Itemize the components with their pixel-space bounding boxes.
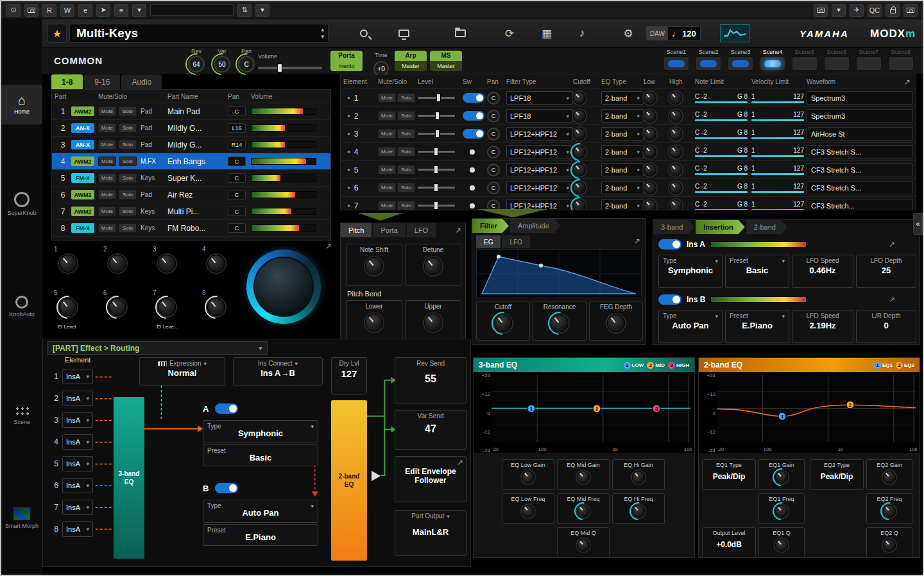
power-icon[interactable]: ⊙: [6, 4, 21, 17]
waveform-button[interactable]: CF3 Stretch S...: [807, 145, 913, 158]
scene-button[interactable]: Scene6: [823, 49, 851, 71]
screenshot-icon[interactable]: [24, 4, 38, 17]
part-row[interactable]: 4 AWM2 Mute Solo M.FX Enh Bangs C: [52, 153, 330, 170]
volume-slider[interactable]: [258, 67, 322, 69]
eq-knob[interactable]: [577, 505, 590, 518]
element-solo-button[interactable]: Solo: [397, 129, 415, 139]
ins-b-lfo-speed-box[interactable]: LFO Speed 2.19Hz: [792, 310, 853, 343]
eq-high-knob[interactable]: [669, 199, 682, 211]
part-volume-meter[interactable]: [251, 191, 316, 198]
solo-button[interactable]: Solo: [119, 106, 137, 116]
routing-b-preset-box[interactable]: Preset E.Piano: [203, 524, 318, 546]
mute-button[interactable]: Mute: [98, 140, 116, 149]
two-band-tab[interactable]: 2-band: [746, 220, 787, 234]
pitch-tab[interactable]: LFO: [407, 223, 436, 237]
part-name[interactable]: FM Robo...: [167, 224, 228, 233]
waveform-button[interactable]: AirHose St: [807, 127, 913, 140]
eq-band-marker[interactable]: 1: [527, 404, 536, 412]
element-pan-knob[interactable]: C: [487, 110, 500, 123]
ins-b-toggle[interactable]: [658, 294, 681, 305]
part-name[interactable]: Main Pad: [167, 107, 228, 116]
solo-button[interactable]: Solo: [119, 173, 137, 183]
element-switch[interactable]: [463, 147, 484, 157]
volume-slider-thumb[interactable]: [277, 64, 282, 72]
ms-master-button[interactable]: MS Master: [430, 51, 462, 71]
element-switch[interactable]: [463, 201, 484, 210]
scene-pad[interactable]: [760, 56, 785, 71]
portamento-button[interactable]: Porta mento: [330, 51, 363, 71]
part-name[interactable]: Super K...: [167, 174, 228, 183]
sidebar-item-knobauto[interactable]: KnobAuto: [1, 287, 42, 326]
eq1-type-dropdown[interactable]: EQ1 Type Peak/Dip: [702, 459, 756, 490]
tempo-display[interactable]: ♩ 120: [667, 26, 701, 40]
part-row[interactable]: 1 AWM2 Mute Solo Pad Main Pad C: [52, 103, 330, 120]
routing-title-dropdown[interactable]: [PART] Effect > Routing ▾: [47, 341, 268, 355]
eq-high-knob[interactable]: [669, 182, 682, 194]
scene-button[interactable]: Scene1: [662, 49, 690, 71]
spinner-down-icon[interactable]: ▾: [321, 33, 324, 40]
note-limit[interactable]: C -2G 8: [695, 201, 748, 211]
element-mute-button[interactable]: Mute: [378, 201, 396, 210]
part-pan[interactable]: R14: [228, 140, 246, 149]
eq-knob[interactable]: [632, 471, 645, 484]
eq-band-marker[interactable]: 2: [846, 401, 854, 409]
solo-button[interactable]: Solo: [119, 207, 137, 216]
element-mute-button[interactable]: Mute: [378, 129, 396, 139]
element-row[interactable]: ●1 Mute Solo C LPF18▾ 2-band▾ C -2G 8 11…: [341, 89, 916, 107]
routing-a-preset-box[interactable]: Preset Basic: [203, 445, 318, 466]
element-ins-dropdown[interactable]: InsA▾: [62, 434, 93, 450]
eq-high-knob[interactable]: [669, 164, 682, 176]
panel-collapse-button[interactable]: «: [913, 213, 923, 235]
eq-low-knob[interactable]: [644, 110, 656, 123]
element-row[interactable]: ●7 Mute Solo C LPF12+HPF12▾ 2-band▾ C -2…: [341, 197, 916, 210]
filter-type-dropdown[interactable]: LPF12+HPF12▾: [506, 181, 573, 194]
element-ins-dropdown[interactable]: InsA▾: [62, 500, 93, 515]
note-limit[interactable]: C -2G 8: [695, 147, 748, 157]
dry-level-box[interactable]: Dry Lvl 127: [331, 357, 367, 394]
var-knob[interactable]: 50: [214, 56, 230, 72]
element-solo-button[interactable]: Solo: [397, 93, 415, 103]
note-shift-knob[interactable]: [365, 257, 383, 275]
scene-pad[interactable]: [696, 56, 721, 71]
ins-b-type-box[interactable]: Type▾ Auto Pan: [658, 310, 723, 343]
level-thumb[interactable]: [435, 130, 440, 138]
favorite-button[interactable]: ★: [47, 24, 67, 43]
lock-icon[interactable]: [886, 4, 900, 17]
eq-low-knob[interactable]: [644, 146, 656, 158]
scene-pad[interactable]: [728, 56, 753, 71]
cutoff-knob[interactable]: [573, 199, 586, 211]
send-icon[interactable]: ➤: [96, 4, 110, 17]
app-e-icon[interactable]: e: [78, 4, 92, 17]
daw-chip[interactable]: DAW: [646, 26, 669, 40]
sidebar-item-smart-morph[interactable]: Smart Morph: [1, 498, 42, 538]
element-solo-button[interactable]: Solo: [397, 165, 415, 174]
part-pan[interactable]: L16: [228, 123, 246, 133]
eq-knob[interactable]: [577, 471, 590, 484]
element-ins-dropdown[interactable]: InsA▾: [62, 478, 93, 493]
element-mute-button[interactable]: Mute: [378, 111, 396, 121]
assign-knob-8[interactable]: [207, 298, 225, 316]
level-thumb[interactable]: [434, 148, 438, 156]
ins-a-type-box[interactable]: Type▾ Symphonic: [658, 255, 723, 288]
element-pan-knob[interactable]: C: [487, 182, 500, 194]
mute-button[interactable]: Mute: [98, 223, 116, 233]
lfo-tab[interactable]: LFO: [502, 235, 529, 248]
solo-button[interactable]: Solo: [119, 123, 137, 133]
element-level-slider[interactable]: [418, 205, 455, 207]
mute-button[interactable]: Mute: [98, 190, 116, 199]
assign-knob-1[interactable]: [59, 255, 77, 273]
element-level-slider[interactable]: [418, 97, 455, 99]
note-limit[interactable]: C -2G 8: [695, 129, 748, 139]
pan-knob[interactable]: C: [238, 56, 255, 72]
part-name[interactable]: Mildly G...: [167, 140, 228, 149]
part-pan[interactable]: C: [228, 173, 246, 183]
note-limit[interactable]: C -2G 8: [695, 165, 748, 175]
ins-a-expand-icon[interactable]: ↗: [889, 240, 895, 249]
eq-low-knob[interactable]: [644, 182, 656, 194]
eq1-freq-knob[interactable]: [775, 505, 788, 518]
ins-a-toggle[interactable]: [658, 239, 681, 250]
routing-3band-eq-block[interactable]: 3-band EQ: [114, 397, 144, 559]
app-r-icon[interactable]: R: [42, 4, 56, 17]
routing-ins-b-toggle[interactable]: [215, 483, 238, 493]
velocity-limit[interactable]: 1127: [751, 147, 804, 157]
